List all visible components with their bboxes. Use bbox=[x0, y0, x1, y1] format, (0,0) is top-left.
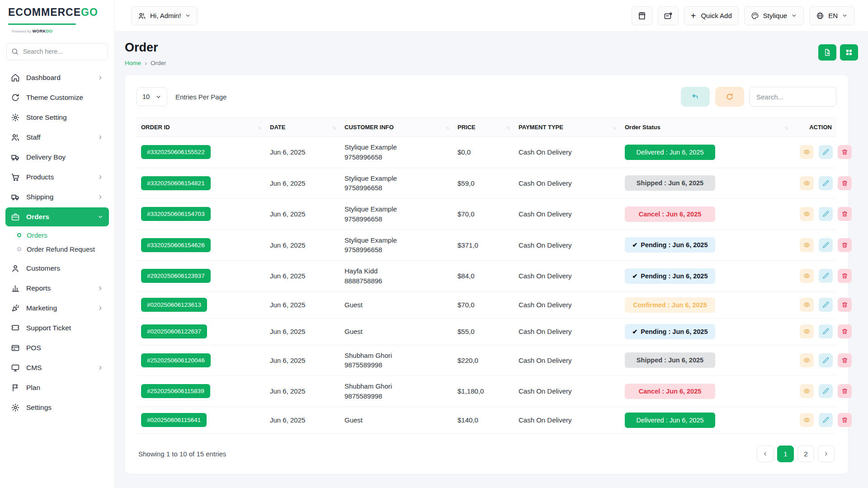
sidebar-search-input[interactable] bbox=[6, 43, 108, 60]
sidebar-item-shipping[interactable]: Shipping bbox=[5, 188, 109, 206]
column-header-order-id[interactable]: ORDER ID↑↓ bbox=[137, 118, 265, 137]
email-templates-button[interactable] bbox=[658, 6, 679, 25]
sidebar-item-support-ticket[interactable]: Support Ticket bbox=[5, 319, 109, 338]
order-id-badge[interactable]: #3320250606154703 bbox=[141, 207, 211, 221]
view-order-button[interactable] bbox=[800, 207, 814, 221]
order-status-badge[interactable]: Shipped : Jun 6, 2025 bbox=[625, 175, 715, 191]
edit-order-button[interactable] bbox=[819, 413, 833, 427]
order-status-badge[interactable]: ✔ Pending : Jun 6, 2025 bbox=[625, 268, 715, 284]
pagination-page-2-button[interactable]: 2 bbox=[797, 446, 814, 462]
customer-info: Stylique Example 9758996658 bbox=[340, 230, 453, 261]
sidebar-item-plan[interactable]: Plan bbox=[5, 378, 109, 397]
payment-type: Cash On Delivery bbox=[514, 345, 620, 376]
sidebar-item-cms[interactable]: CMS bbox=[5, 358, 109, 377]
payment-type: Cash On Delivery bbox=[514, 199, 620, 230]
view-order-button[interactable] bbox=[800, 238, 814, 252]
delete-order-button[interactable] bbox=[838, 324, 852, 338]
delete-order-button[interactable] bbox=[838, 207, 852, 221]
chevron-left-icon bbox=[762, 451, 768, 457]
sidebar-item-customers[interactable]: Customers bbox=[5, 259, 109, 278]
order-status-badge[interactable]: Cancel : Jun 6, 2025 bbox=[625, 206, 715, 222]
order-status-badge[interactable]: ✔ Pending : Jun 6, 2025 bbox=[625, 324, 715, 339]
order-id-badge[interactable]: #020250606115641 bbox=[141, 413, 207, 427]
submenu-item-order-refund-request[interactable]: Order Refund Request bbox=[12, 242, 109, 256]
edit-order-button[interactable] bbox=[819, 176, 833, 190]
column-header-price[interactable]: PRICE↑↓ bbox=[453, 118, 514, 137]
delete-order-button[interactable] bbox=[838, 413, 852, 427]
view-order-button[interactable] bbox=[800, 176, 814, 190]
sidebar-item-pos[interactable]: POS bbox=[5, 338, 109, 357]
order-id-badge[interactable]: #2520250606120046 bbox=[141, 353, 211, 367]
column-header-customer-info[interactable]: CUSTOMER INFO↑↓ bbox=[340, 118, 453, 137]
sidebar-item-theme-customize[interactable]: Theme Customize bbox=[5, 88, 109, 107]
edit-order-button[interactable] bbox=[819, 238, 833, 252]
view-order-button[interactable] bbox=[800, 384, 814, 398]
view-order-button[interactable] bbox=[800, 353, 814, 367]
delete-order-button[interactable] bbox=[838, 384, 852, 398]
refresh-button[interactable] bbox=[715, 87, 744, 107]
export-button[interactable] bbox=[818, 44, 836, 61]
grid-view-button[interactable] bbox=[840, 44, 858, 61]
theme-selector-button[interactable]: Stylique bbox=[744, 6, 804, 25]
sidebar-item-reports[interactable]: Reports bbox=[5, 279, 109, 298]
edit-order-button[interactable] bbox=[819, 384, 833, 398]
customer-phone: 9758996658 bbox=[344, 245, 448, 255]
order-id-badge[interactable]: #3320250606154821 bbox=[141, 176, 211, 190]
order-status-badge[interactable]: Delivered : Jun 6, 2025 bbox=[625, 413, 715, 428]
delete-order-button[interactable] bbox=[838, 269, 852, 283]
language-selector-button[interactable]: EN bbox=[809, 6, 854, 25]
sidebar-item-orders[interactable]: Orders bbox=[5, 207, 109, 226]
storefront-button[interactable] bbox=[632, 6, 652, 25]
delete-order-button[interactable] bbox=[838, 298, 852, 312]
order-status-badge[interactable]: Delivered : Jun 6, 2025 bbox=[625, 145, 715, 160]
order-id-badge[interactable]: #2520250606115839 bbox=[141, 384, 210, 398]
edit-order-button[interactable] bbox=[819, 324, 833, 338]
delete-order-button[interactable] bbox=[838, 353, 852, 367]
delete-order-button[interactable] bbox=[838, 238, 852, 252]
pagination-next-button[interactable] bbox=[818, 446, 835, 462]
undo-button[interactable] bbox=[681, 87, 710, 107]
edit-order-button[interactable] bbox=[819, 145, 833, 159]
edit-order-button[interactable] bbox=[819, 298, 833, 312]
breadcrumb-home-link[interactable]: Home bbox=[125, 60, 141, 66]
column-header-payment-type[interactable]: PAYMENT TYPE↑↓ bbox=[514, 118, 620, 137]
view-order-button[interactable] bbox=[800, 269, 814, 283]
sidebar-item-marketing[interactable]: Marketing bbox=[5, 299, 109, 318]
entries-per-page-select[interactable]: 10 bbox=[137, 87, 167, 106]
breadcrumb-separator-icon: › bbox=[145, 59, 147, 67]
view-order-button[interactable] bbox=[800, 298, 814, 312]
delete-order-button[interactable] bbox=[838, 176, 852, 190]
sidebar-item-store-setting[interactable]: Store Setting bbox=[5, 108, 109, 127]
order-id-badge[interactable]: #020250606122637 bbox=[141, 324, 207, 338]
sidebar-item-delivery-boy[interactable]: Delivery Boy bbox=[5, 148, 109, 167]
view-order-button[interactable] bbox=[800, 145, 814, 159]
pagination-prev-button[interactable] bbox=[757, 446, 774, 462]
order-id-badge[interactable]: #020250606123613 bbox=[141, 298, 207, 312]
order-status-badge[interactable]: Confirmed : Jun 6, 2025 bbox=[625, 297, 715, 313]
pagination-page-1-button[interactable]: 1 bbox=[777, 446, 794, 462]
table-search-input[interactable] bbox=[750, 87, 836, 107]
sidebar-item-dashboard[interactable]: Dashboard bbox=[5, 68, 109, 87]
edit-order-button[interactable] bbox=[819, 207, 833, 221]
sidebar-item-settings[interactable]: Settings bbox=[5, 398, 109, 417]
order-status-badge[interactable]: ✔ Pending : Jun 6, 2025 bbox=[625, 237, 715, 253]
edit-order-button[interactable] bbox=[819, 353, 833, 367]
order-id-badge[interactable]: #3320250606155522 bbox=[141, 145, 211, 159]
edit-order-button[interactable] bbox=[819, 269, 833, 283]
order-id-badge[interactable]: #3320250606154626 bbox=[141, 238, 211, 252]
delete-order-button[interactable] bbox=[838, 145, 852, 159]
order-id-badge[interactable]: #2920250606123937 bbox=[141, 269, 211, 283]
column-header-date[interactable]: DATE↑↓ bbox=[265, 118, 340, 137]
order-status-badge[interactable]: Shipped : Jun 6, 2025 bbox=[625, 352, 715, 368]
brand-logo[interactable]: ECOMMERCEGO Powered By WORKDO bbox=[0, 0, 114, 38]
column-header-order-status[interactable]: Order Status↑↓ bbox=[620, 118, 792, 137]
order-status-badge[interactable]: Cancel : Jun 6, 2025 bbox=[625, 384, 715, 399]
sidebar-item-staff[interactable]: Staff bbox=[5, 128, 109, 147]
sidebar-item-products[interactable]: Products bbox=[5, 168, 109, 187]
eye-icon bbox=[803, 417, 810, 423]
quick-add-button[interactable]: + Quick Add bbox=[684, 6, 739, 25]
admin-menu-button[interactable]: Hi, Admin! bbox=[131, 6, 198, 25]
view-order-button[interactable] bbox=[800, 324, 814, 338]
view-order-button[interactable] bbox=[800, 413, 814, 427]
submenu-item-orders[interactable]: Orders bbox=[12, 228, 109, 242]
